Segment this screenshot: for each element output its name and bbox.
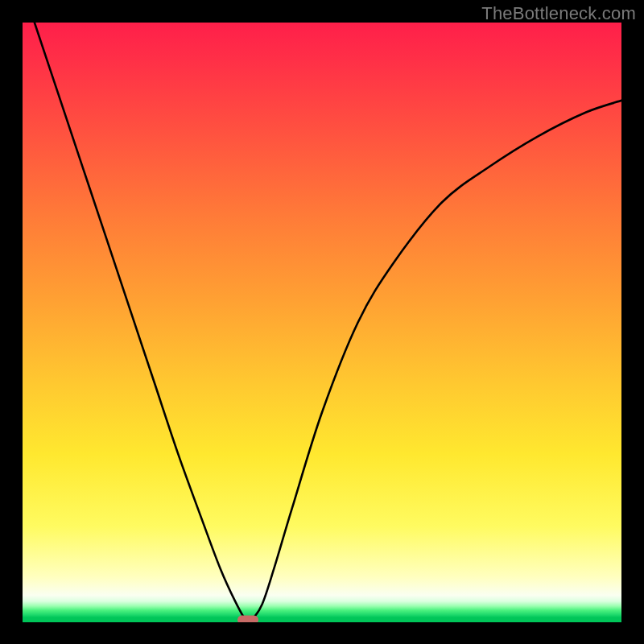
watermark-label: TheBottleneck.com: [481, 3, 636, 24]
bottleneck-curve: [23, 23, 621, 622]
optimal-marker: [237, 616, 258, 622]
chart-frame: TheBottleneck.com: [0, 0, 644, 644]
plot-area: [23, 23, 621, 622]
